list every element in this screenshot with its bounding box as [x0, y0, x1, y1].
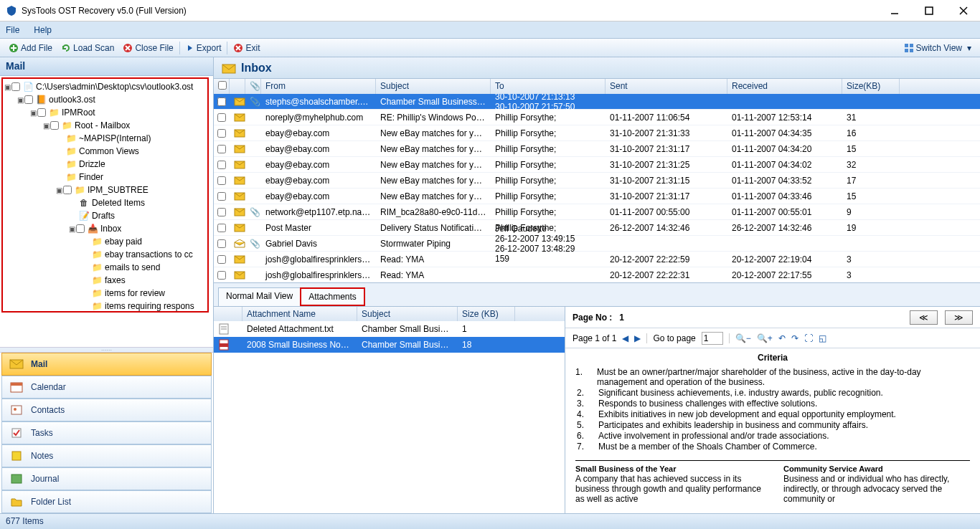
tab-attachments[interactable]: Attachments	[300, 287, 365, 306]
col-checkbox[interactable]	[214, 79, 230, 94]
goto-page-input[interactable]	[702, 332, 723, 345]
last-page-icon[interactable]: ▶	[634, 333, 641, 343]
tree-checkbox[interactable]	[11, 82, 20, 91]
attachment-row[interactable]: Deleted Attachment.txtChamber Small Busi…	[214, 321, 565, 337]
message-row[interactable]: ebay@ebay.comNew eBay matches for your f…	[214, 125, 980, 141]
expander-icon[interactable]: ▣	[16, 96, 24, 104]
tree-item-inbox[interactable]: Inbox	[100, 224, 121, 234]
message-row[interactable]: 📎Gabriel DavisStormwater PipingJeff Gaud…	[214, 236, 980, 252]
message-row[interactable]: ebay@ebay.comNew eBay matches for your f…	[214, 141, 980, 157]
message-row[interactable]: noreply@myhelphub.comRE: Phillip's Windo…	[214, 110, 980, 125]
row-checkbox[interactable]	[217, 129, 226, 138]
col-attachment-icon[interactable]: 📎	[245, 79, 261, 94]
tree-item[interactable]: Root - Mailbox	[75, 120, 130, 130]
expander-icon[interactable]: ▣	[55, 186, 63, 194]
add-file-button[interactable]: Add File	[4, 42, 57, 54]
nav-tasks[interactable]: Tasks	[1, 421, 212, 444]
row-checkbox[interactable]	[217, 97, 226, 106]
message-grid[interactable]: 📎 From Subject To Sent Received Size(KB)…	[214, 79, 980, 283]
tree-checkbox[interactable]	[63, 186, 72, 194]
next-page-button[interactable]: ≫	[945, 310, 973, 325]
row-checkbox[interactable]	[217, 239, 226, 248]
tree-checkbox[interactable]	[37, 108, 46, 117]
col-to[interactable]: To	[491, 79, 606, 94]
tree-item[interactable]: Common Views	[79, 146, 139, 156]
tree-checkbox[interactable]	[24, 95, 33, 104]
nav-journal[interactable]: Journal	[1, 467, 212, 490]
splitter[interactable]: ∙∙∙∙∙∙	[0, 347, 213, 353]
col-read-icon[interactable]	[230, 79, 245, 94]
tree-checkbox[interactable]	[50, 121, 59, 130]
row-checkbox[interactable]	[217, 176, 226, 185]
attcol-name[interactable]: Attachment Name	[242, 307, 357, 321]
row-checkbox[interactable]	[217, 113, 226, 122]
minimize-button[interactable]	[884, 4, 905, 18]
attcol-subject[interactable]: Subject	[357, 307, 458, 321]
row-checkbox[interactable]	[217, 255, 226, 264]
message-row[interactable]: ebay@ebay.comNew eBay matches for your f…	[214, 189, 980, 204]
nav-contacts[interactable]: Contacts	[1, 399, 212, 421]
row-checkbox[interactable]	[217, 271, 226, 280]
tree-item[interactable]: faxes	[105, 275, 126, 285]
close-file-button[interactable]: Close File	[118, 42, 177, 54]
message-row[interactable]: ebay@ebay.comNew eBay matches for your f…	[214, 157, 980, 173]
tree-item[interactable]: items requiring respons	[105, 301, 194, 311]
first-page-icon[interactable]: ◀	[622, 333, 628, 343]
tree-item[interactable]: ebay paid	[105, 237, 142, 247]
expander-icon[interactable]: ▣	[42, 122, 50, 130]
nav-calendar[interactable]: Calendar	[1, 376, 212, 399]
tree-item[interactable]: Drizzle	[79, 159, 105, 169]
expander-icon[interactable]: ▣	[67, 225, 76, 233]
tree-item[interactable]: Deleted Items	[92, 198, 145, 208]
tree-item[interactable]: outlook3.ost	[49, 95, 95, 105]
load-scan-button[interactable]: Load Scan	[57, 42, 118, 54]
expander-icon[interactable]: ▣	[3, 83, 11, 91]
export-button[interactable]: Export	[182, 42, 226, 54]
nav-mail[interactable]: Mail	[1, 353, 212, 376]
preview-content[interactable]: Criteria 1.Must be an owner/partner/majo…	[565, 348, 980, 513]
nav-notes[interactable]: Notes	[1, 444, 212, 467]
fit-page-icon[interactable]: ◱	[819, 333, 826, 343]
col-subject[interactable]: Subject	[376, 79, 491, 94]
col-size[interactable]: Size(KB)	[842, 79, 900, 94]
row-checkbox[interactable]	[217, 224, 226, 232]
tree-item[interactable]: IPMRoot	[62, 108, 95, 118]
message-row[interactable]: 📎stephs@shoalschamber.comChamber Small B…	[214, 94, 980, 110]
prev-page-button[interactable]: ≪	[910, 310, 938, 325]
close-button[interactable]	[953, 4, 974, 18]
attcol-size[interactable]: Size (KB)	[458, 307, 515, 321]
tree-item[interactable]: items for review	[105, 288, 165, 298]
switch-view-button[interactable]: Switch View ▾	[900, 42, 976, 54]
maximize-button[interactable]	[918, 4, 940, 18]
tree-checkbox[interactable]	[76, 224, 85, 233]
exit-button[interactable]: Exit	[229, 42, 264, 54]
message-row[interactable]: 📎network@etp1107.etp.na.bl...RIM_bca28a8…	[214, 204, 980, 220]
expander-icon[interactable]: ▣	[29, 109, 37, 117]
tree-item[interactable]: emails to send	[105, 262, 160, 272]
folder-tree[interactable]: ▣📄C:\Users\admin\Desktop\csv\outlook3.os…	[0, 76, 213, 347]
message-row[interactable]: ebay@ebay.comNew eBay matches for your f…	[214, 173, 980, 189]
menu-help[interactable]: Help	[34, 25, 52, 35]
row-checkbox[interactable]	[217, 192, 226, 201]
menu-file[interactable]: File	[6, 25, 19, 35]
tree-item[interactable]: Finder	[79, 172, 103, 182]
row-checkbox[interactable]	[217, 161, 226, 169]
rotate-right-icon[interactable]: ↷	[791, 333, 798, 343]
tree-item-root[interactable]: C:\Users\admin\Desktop\csv\outlook3.ost	[36, 82, 193, 92]
tree-item[interactable]: IPM_SUBTREE	[88, 185, 149, 195]
col-received[interactable]: Received	[727, 79, 842, 94]
attachment-row[interactable]: 2008 Small Business Nomina...Chamber Sma…	[214, 337, 565, 353]
tree-item[interactable]: ~MAPISP(Internal)	[79, 133, 151, 143]
col-sent[interactable]: Sent	[606, 79, 727, 94]
fit-width-icon[interactable]: ⛶	[804, 333, 813, 343]
zoom-in-icon[interactable]: 🔍+	[757, 333, 773, 343]
rotate-left-icon[interactable]: ↶	[778, 333, 786, 343]
nav-folder-list[interactable]: Folder List	[1, 490, 212, 513]
row-checkbox[interactable]	[217, 208, 226, 216]
tab-normal-mail-view[interactable]: Normal Mail View	[218, 287, 301, 306]
row-checkbox[interactable]	[217, 145, 226, 153]
message-row[interactable]: josh@globalfiresprinklers.comRead: YMA20…	[214, 267, 980, 283]
tree-item[interactable]: Drafts	[92, 211, 115, 221]
attachment-list[interactable]: Attachment Name Subject Size (KB) Delete…	[214, 307, 565, 513]
col-from[interactable]: From	[261, 79, 376, 94]
